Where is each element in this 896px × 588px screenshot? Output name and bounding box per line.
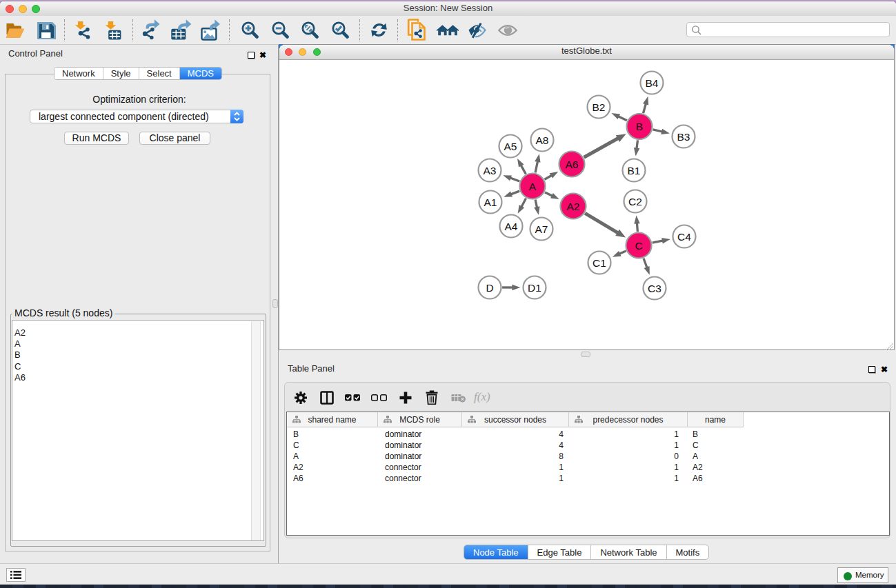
- svg-text:D1: D1: [528, 282, 541, 294]
- svg-text:C2: C2: [628, 196, 642, 207]
- svg-text:A: A: [529, 181, 537, 192]
- svg-text:A2: A2: [567, 201, 580, 212]
- svg-text:B2: B2: [593, 101, 606, 113]
- svg-text:A4: A4: [505, 221, 518, 232]
- svg-text:C3: C3: [648, 283, 661, 294]
- svg-text:D: D: [486, 282, 493, 294]
- svg-text:B4: B4: [646, 77, 659, 89]
- svg-text:A7: A7: [535, 223, 548, 235]
- svg-text:A8: A8: [536, 134, 549, 146]
- svg-text:A1: A1: [484, 196, 497, 208]
- svg-text:C4: C4: [677, 231, 691, 243]
- svg-text:A3: A3: [484, 165, 497, 176]
- svg-text:B1: B1: [628, 165, 641, 176]
- svg-text:B: B: [636, 121, 643, 132]
- svg-text:A6: A6: [566, 159, 579, 170]
- svg-text:C1: C1: [593, 257, 606, 269]
- svg-text:C: C: [635, 240, 642, 252]
- svg-text:B3: B3: [677, 131, 690, 143]
- svg-text:A5: A5: [504, 141, 517, 152]
